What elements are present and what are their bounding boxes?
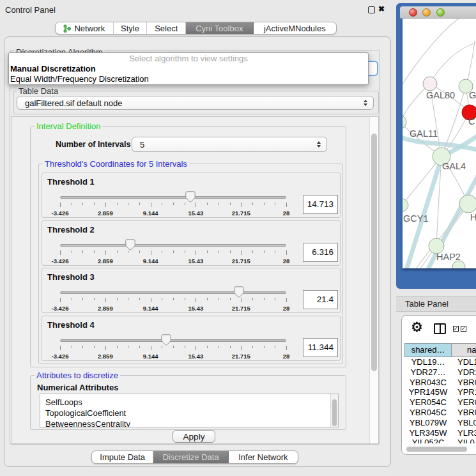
threshold-slider-thumb[interactable]	[161, 334, 171, 346]
dropdown-placeholder: Select algorithm to view settings	[9, 53, 368, 64]
tab-network-label: Network	[74, 24, 105, 33]
dropdown-option-manual[interactable]: Manual Discretization	[9, 64, 368, 74]
table-hscrollbar-thumb[interactable]	[406, 447, 467, 452]
network-window: GAL80GCGAL11GAL4GCY1HHAP2	[396, 3, 476, 289]
attributes-group: Attributes to discretize Numerical Attri…	[30, 375, 346, 430]
network-node-label: GAL80	[426, 90, 455, 100]
float-icon[interactable]	[368, 6, 375, 13]
attributes-list[interactable]: SelfLoopsTopologicalCoefficientBetweenne…	[40, 394, 339, 427]
tab-network[interactable]: Network	[56, 22, 114, 34]
network-titlebar[interactable]	[400, 6, 476, 19]
table-data-combo-arrows-icon	[364, 100, 367, 106]
checkbox-icon-2[interactable]: ✓	[461, 326, 466, 332]
settings-scrollbar-thumb[interactable]	[371, 134, 377, 371]
attribute-list-item[interactable]: BetweennessCentrality	[40, 418, 338, 427]
spinner-arrows-icon	[317, 141, 321, 148]
table-row[interactable]: YBR043CYBR0	[404, 378, 476, 388]
attributes-group-title: Attributes to discretize	[35, 371, 120, 380]
table-row[interactable]: YBR045CYBR0	[404, 408, 476, 418]
network-node[interactable]	[459, 195, 476, 213]
number-of-intervals-label: Number of Intervals	[56, 140, 130, 149]
attributes-scrollbar-thumb[interactable]	[332, 399, 337, 426]
attribute-list-item[interactable]: SelfLoops	[40, 397, 338, 408]
attributes-list-scrollbar[interactable]	[330, 394, 338, 427]
threshold-slider-track[interactable]	[60, 244, 286, 247]
split-columns-icon[interactable]	[434, 323, 446, 334]
table-panel: ⚙ ✓ ✓ shared… na YDL19…YDL1YDR27…YDR2YBR…	[401, 315, 476, 455]
threshold-label: Threshold 4	[47, 320, 95, 330]
tab-cyni-toolbox[interactable]: Cyni Toolbox	[186, 22, 254, 34]
network-node[interactable]	[423, 77, 437, 91]
table-row[interactable]: YER054CYER0	[404, 397, 476, 408]
table-header-row: shared… na	[404, 343, 476, 357]
network-icon	[63, 24, 71, 33]
table-data-combobox[interactable]: galFiltered.sif default node	[17, 96, 374, 110]
table-row[interactable]: YIL052CYIL0	[404, 438, 476, 443]
tab-impute-data[interactable]: Impute Data	[92, 451, 153, 463]
column-header-shared[interactable]: shared…	[404, 343, 452, 357]
threshold-value-field[interactable]: 6.316	[303, 243, 338, 262]
threshold-slider-thumb[interactable]	[185, 191, 196, 203]
network-node-label: GAL11	[410, 128, 438, 139]
number-of-intervals-spinner[interactable]: 5	[132, 137, 327, 152]
tab-select[interactable]: Select	[147, 22, 186, 34]
table-data-title: Table Data	[17, 86, 60, 96]
threshold-slider-track[interactable]	[60, 291, 286, 294]
bottom-tabs: Impute Data Discretize Data Infer Networ…	[91, 450, 298, 464]
network-node[interactable]	[403, 115, 406, 129]
table-row[interactable]: YDL19…YDL1	[404, 357, 476, 367]
dropdown-option-equal-width[interactable]: Equal Width/Frequency Discretization	[9, 74, 368, 84]
table-panel-header: Table Panel	[396, 296, 476, 312]
network-node-label: GCY1	[403, 213, 429, 224]
network-node-label: H	[470, 212, 476, 222]
close-traffic-light[interactable]	[409, 8, 417, 17]
column-header-name[interactable]: na	[452, 343, 476, 357]
apply-button[interactable]: Apply	[173, 430, 215, 443]
threshold-block: Threshold 1 -3.4262.8599.14415.4321.7152…	[42, 173, 341, 218]
table-body: YDL19…YDL1YDR27…YDR2YBR043CYBR0YPR145WYP…	[404, 357, 476, 443]
threshold-block: Threshold 2 -3.4262.8599.14415.4321.7152…	[42, 220, 341, 266]
checkbox-icon-1[interactable]: ✓	[453, 326, 459, 332]
network-node-label: G	[469, 90, 476, 100]
threshold-slider-thumb[interactable]	[234, 286, 244, 298]
table-row[interactable]: YLR345WYLR3	[404, 428, 476, 438]
network-node[interactable]	[403, 199, 408, 211]
settings-viewport: Interval Definition Number of Intervals …	[11, 116, 379, 444]
settings-scrollbar[interactable]	[369, 117, 378, 443]
network-node-label: C	[468, 116, 475, 127]
screenshot-root: Control Panel ✖ Network Style Select Cyn…	[0, 0, 476, 476]
control-panel-tabs: Network Style Select Cyni Toolbox jActiv…	[55, 22, 337, 35]
network-node-label: GAL4	[442, 161, 466, 171]
tab-style[interactable]: Style	[114, 22, 148, 34]
threshold-slider-thumb[interactable]	[125, 239, 135, 250]
threshold-value-field[interactable]: 11.344	[303, 338, 338, 357]
threshold-value-field[interactable]: 14.713	[303, 195, 338, 214]
threshold-block: Threshold 3 -3.4262.8599.14415.4321.7152…	[42, 268, 341, 313]
tab-infer-network[interactable]: Infer Network	[229, 451, 298, 463]
tab-jactivemnodules[interactable]: jActiveMNodules	[254, 22, 336, 34]
close-icon[interactable]: ✖	[378, 4, 385, 13]
zoom-traffic-light[interactable]	[436, 8, 445, 17]
thresholds-group: Threshold's Coordinates for 5 Intervals …	[38, 164, 343, 364]
threshold-value-field[interactable]: 21.4	[303, 290, 338, 309]
threshold-label: Threshold 2	[47, 225, 95, 234]
threshold-label: Threshold 3	[47, 272, 95, 282]
table-row[interactable]: YDR27…YDR2	[404, 367, 476, 378]
table-row[interactable]: YBL079WYBL0	[404, 418, 476, 428]
control-panel-title: Control Panel	[5, 5, 56, 15]
minimize-traffic-light[interactable]	[422, 8, 431, 17]
threshold-slider-track[interactable]	[60, 339, 286, 342]
table-panel-title: Table Panel	[405, 299, 449, 309]
threshold-label: Threshold 1	[47, 177, 95, 187]
threshold-block: Threshold 4 -3.4262.8599.14415.4321.7152…	[42, 316, 341, 361]
attribute-list-item[interactable]: TopologicalCoefficient	[40, 408, 338, 418]
threshold-slider-track[interactable]	[60, 196, 286, 199]
table-row[interactable]: YPR145WYPR1	[404, 387, 476, 397]
network-canvas[interactable]: GAL80GCGAL11GAL4GCY1HHAP2	[403, 19, 476, 268]
interval-definition-title: Interval Definition	[35, 121, 102, 131]
network-node-label: HAP2	[436, 252, 461, 262]
gear-icon[interactable]: ⚙	[411, 319, 423, 335]
tab-discretize-data[interactable]: Discretize Data	[153, 451, 228, 463]
interval-definition-group: Interval Definition Number of Intervals …	[30, 126, 346, 367]
numerical-attributes-label: Numerical Attributes	[37, 383, 118, 392]
